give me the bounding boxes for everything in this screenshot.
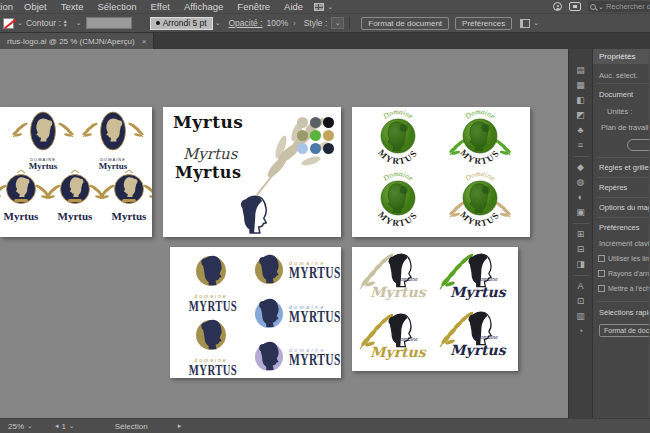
swatches-icon[interactable]: ♣	[573, 123, 589, 136]
color-icon[interactable]: ◧	[573, 93, 589, 106]
account-icon[interactable]	[553, 2, 562, 11]
artboard-number: 1	[61, 422, 65, 431]
cameo-graphic	[82, 109, 144, 153]
palette-swatch-7	[310, 143, 321, 154]
libraries-icon[interactable]: ▦	[573, 78, 589, 91]
stroke-stepper[interactable]: ▲▼	[63, 19, 68, 27]
opacity-value[interactable]: 100%	[267, 18, 289, 28]
transform-icon[interactable]: ⊡	[573, 294, 589, 307]
menu-item-6[interactable]: Fenêtre	[230, 1, 277, 12]
gradient-icon[interactable]: ◍	[573, 175, 589, 188]
checkbox-icon[interactable]	[598, 285, 605, 292]
medallion-graphic	[184, 253, 238, 289]
preference-checkbox-0[interactable]: Utiliser les limites d'aperçu	[598, 255, 649, 262]
panel-options-icon[interactable]	[520, 19, 530, 28]
cameo-logo: Myrtus	[44, 169, 106, 223]
color-guide-icon[interactable]: ◩	[573, 108, 589, 121]
fill-color-swatch[interactable]	[3, 18, 14, 29]
menu-item-5[interactable]: Affichage	[177, 1, 230, 12]
workspace-switcher[interactable]: ⌄	[314, 3, 333, 11]
chevron-down-icon: ⌄	[598, 3, 604, 11]
menu-item-0[interactable]: Édition	[0, 1, 17, 12]
artboard-navigation[interactable]: ◂ 1 ⌄	[55, 422, 75, 431]
artboard-cameo-logos[interactable]: DOMAINE Myrtus DOMAINE Myrtus Myrtus	[0, 107, 152, 237]
medallion-logo-horizontal: domaine MYRTUS	[252, 297, 341, 331]
artboard-typography-palette[interactable]: Myrtus Myrtus Myrtus	[163, 107, 341, 237]
tool-name: Sélection	[115, 422, 148, 431]
artboard-label: Plan de travail :	[601, 123, 649, 132]
zoom-value: 25%	[8, 422, 24, 431]
menu-item-7[interactable]: Aide	[277, 1, 310, 12]
close-icon[interactable]: ×	[142, 37, 147, 46]
symbols-icon[interactable]: ◆	[573, 160, 589, 173]
sketch-logo: Domaine Myrtus	[436, 309, 514, 365]
quick-action-button[interactable]: Format de document	[599, 324, 649, 337]
cameo-graphic	[12, 109, 74, 153]
character-icon[interactable]: A	[573, 279, 589, 292]
medallion-logo-horizontal: domaine MYRTUS	[252, 253, 341, 287]
section-quick-actions: Sélections rapides	[599, 308, 649, 317]
asset-export-icon[interactable]: ⊞	[573, 227, 589, 240]
checkbox-label: Mettre à l'échelle	[608, 285, 649, 292]
green-logo-graphic: Domaine MYRTUS	[366, 171, 430, 231]
next-artboard-icon[interactable]: ▸	[178, 422, 182, 430]
palette-swatch-8	[323, 143, 334, 154]
edit-artboards-button[interactable]	[627, 139, 649, 151]
artboard-medallion-logos[interactable]: domaine MYRTUS domaine MYRTUS domaine MY…	[170, 247, 341, 378]
preference-checkbox-1[interactable]: Rayons d'arrondis	[598, 270, 649, 277]
width-profile-dropdown[interactable]	[86, 17, 132, 29]
sketch-logo: Domaine Myrtus	[356, 251, 434, 307]
layers-icon[interactable]: ▣	[573, 205, 589, 218]
medallion-graphic	[252, 253, 286, 287]
checkbox-icon[interactable]	[598, 255, 605, 262]
section-rulers-grids[interactable]: Règles et grilles	[599, 163, 649, 172]
checkbox-label: Rayons d'arrondis	[608, 270, 649, 277]
green-logo-graphic: Domaine MYRTUS	[366, 109, 430, 169]
keyboard-increment-label: Incrément clavier :	[599, 239, 649, 248]
sketch-domaine-text: Domaine	[396, 336, 418, 342]
chevron-down-icon: ⌄	[69, 422, 75, 430]
help-search-input[interactable]: ⌄ Rechercher dans	[588, 1, 650, 12]
menu-item-2[interactable]: Texte	[54, 1, 91, 12]
chevron-down-icon[interactable]: ⌄	[533, 19, 539, 27]
medallion-name-text: MYRTUS	[289, 352, 341, 369]
stroke-width-dropdown[interactable]: ⌄	[76, 19, 82, 27]
menu-item-1[interactable]: Objet	[17, 1, 54, 12]
artboard-green-logos[interactable]: Domaine MYRTUS Domaine MYRTUS Domaine MY…	[352, 107, 530, 237]
opacity-label[interactable]: Opacité :	[229, 18, 263, 28]
brush-definition-dropdown[interactable]: Arrondi 5 pt	[150, 17, 213, 30]
chevron-down-icon: ⌄	[327, 3, 333, 11]
myrtus-title-bold-2: Myrtus	[175, 163, 241, 182]
artboard-sketch-logos[interactable]: Domaine Myrtus Domaine Myrtus Domaine My…	[352, 247, 518, 371]
palette-swatch-6	[297, 143, 308, 154]
preferences-button[interactable]: Préférences	[455, 17, 512, 30]
pathfinder-icon[interactable]: ⊟	[573, 242, 589, 255]
cameo-logo: DOMAINE Myrtus	[12, 109, 74, 171]
align-icon[interactable]: ▥	[573, 309, 589, 322]
section-guides[interactable]: Repères	[599, 183, 627, 192]
brush-dot-icon	[156, 21, 160, 25]
menu-item-3[interactable]: Sélection	[90, 1, 143, 12]
canvas[interactable]: DOMAINE Myrtus DOMAINE Myrtus Myrtus	[0, 49, 568, 418]
artboards-icon[interactable]: ▤	[573, 63, 589, 76]
chevron-down-icon: ⌄	[27, 422, 33, 430]
document-tab[interactable]: rtus-logo.ai @ 25 % (CMJN/Aperçu) ×	[0, 33, 154, 50]
document-tab-bar: rtus-logo.ai @ 25 % (CMJN/Aperçu) ×	[0, 32, 650, 49]
appearance-icon[interactable]: ◨	[573, 257, 589, 270]
brushes-icon[interactable]: ≡	[573, 138, 589, 151]
green-logo-graphic: Domaine MYRTUS	[448, 171, 512, 231]
checkbox-icon[interactable]	[598, 270, 605, 277]
myrtus-title-bold: Myrtus	[173, 112, 243, 132]
chevron-down-icon[interactable]: ⌄	[215, 19, 221, 27]
zoom-control[interactable]: 25% ⌄	[8, 422, 33, 431]
prev-artboard-icon[interactable]: ◂	[55, 422, 59, 430]
gallery-icon[interactable]	[569, 2, 581, 11]
transparency-icon[interactable]: ◐	[573, 190, 589, 203]
history-icon[interactable]: ◔	[573, 324, 589, 337]
document-setup-button[interactable]: Format de document	[361, 17, 449, 30]
section-snap-options[interactable]: Options du magnétisme	[599, 203, 649, 212]
tab-properties[interactable]: Propriétés	[593, 49, 649, 64]
preference-checkbox-2[interactable]: Mettre à l'échelle	[598, 285, 649, 292]
style-dropdown[interactable]: ⌄	[331, 17, 344, 29]
menu-item-4[interactable]: Effet	[144, 1, 177, 12]
